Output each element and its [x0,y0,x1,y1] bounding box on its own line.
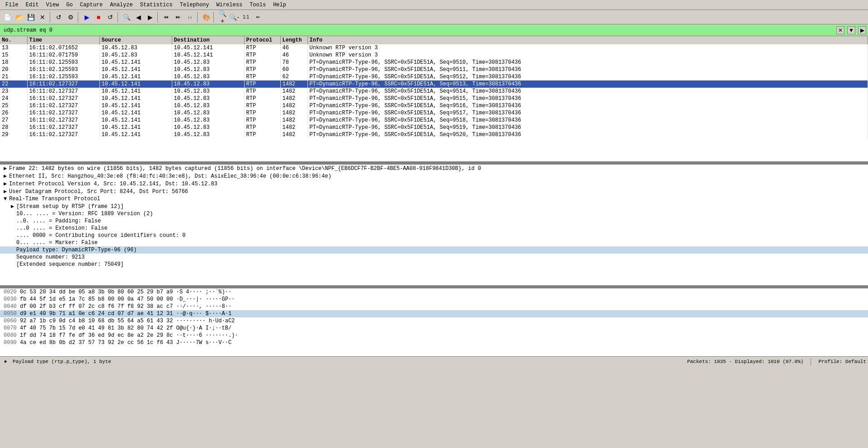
detail-line[interactable]: .... 0000 = Contributing source identifi… [0,232,868,239]
table-row[interactable]: 24 16:11:02.127327 10.45.12.141 10.45.12… [0,95,868,102]
cell-info: PT=DynamicRTP-Type-96, SSRC=0x5F1DE51A, … [307,131,868,138]
menu-statistics[interactable]: Statistics [137,1,176,9]
menu-help[interactable]: Help [269,1,290,9]
cell-length: 1482 [280,88,307,95]
table-row[interactable]: 28 16:11:02.127327 10.45.12.141 10.45.12… [0,124,868,131]
auto-scroll-button[interactable]: ↓↓ [184,12,195,23]
detail-text: ...0 .... = Extension: False [16,225,108,231]
detail-line[interactable]: [Extended sequence number: 75049] [0,261,868,268]
restart-capture-button[interactable]: ↺ [105,12,116,23]
hex-dump[interactable]: 0020 0c 53 20 34 dd be 05 a8 3b 0b 80 60… [0,288,868,356]
table-row[interactable]: 15 16:11:02.071759 10.45.12.83 10.45.12.… [0,52,868,59]
capture-options-button[interactable]: ⚙ [65,12,76,23]
table-row[interactable]: 29 16:11:02.127327 10.45.12.141 10.45.12… [0,131,868,138]
zoom-out-button[interactable]: 🔍- [229,12,240,23]
stop-capture-button[interactable]: ■ [93,12,104,23]
detail-text: .... 0000 = Contributing source identifi… [16,232,185,239]
detail-line[interactable]: Payload type: DynamicRTP-Type-96 (96) [0,246,868,254]
next-packet-button[interactable]: ▶ [145,12,156,23]
cell-no: 20 [0,66,27,73]
first-packet-button[interactable]: ⏮ [161,12,172,23]
hex-line[interactable]: 0070 4f 40 75 7b 15 7d e0 41 49 81 3b 82… [0,325,868,332]
normal-size-button[interactable]: 1:1 [241,12,251,23]
hex-line[interactable]: 0090 4a ce ed 8b 0b d2 37 57 73 92 2e cc… [0,339,868,346]
cell-no: 13 [0,44,27,52]
cell-proto: RTP [244,88,280,95]
filter-expand-button[interactable]: ▼ [847,26,855,34]
hex-line[interactable]: 0080 1f dd 74 18 f7 fe df 36 ed 9d ec 8e… [0,332,868,339]
menu-wireless[interactable]: Wireless [213,1,246,9]
packet-detail[interactable]: ▶Frame 22: 1482 bytes on wire (11856 bit… [0,165,868,287]
hex-line[interactable]: 0040 df 00 2f b3 cf ff 07 2c c8 f6 7f f8… [0,303,868,310]
packet-list[interactable]: No. Time Source Destination Protocol Len… [0,36,868,163]
hex-line[interactable]: 0060 92 a7 1b c9 0d c4 b8 10 68 db 55 64… [0,317,868,325]
menu-telephony[interactable]: Telephony [176,1,213,9]
table-row[interactable]: 13 16:11:02.071652 10.45.12.83 10.45.12.… [0,44,868,52]
new-capture-button[interactable]: 📄 [2,12,13,23]
table-row[interactable]: 22 16:11:02.127327 10.45.12.141 10.45.12… [0,80,868,88]
filter-clear-button[interactable]: ✕ [836,26,844,34]
table-row[interactable]: 27 16:11:02.127327 10.45.12.141 10.45.12… [0,117,868,124]
table-row[interactable]: 23 16:11:02.127327 10.45.12.141 10.45.12… [0,88,868,95]
prev-packet-button[interactable]: ◀ [133,12,144,23]
menu-view[interactable]: View [42,1,63,9]
statusbar: ● Payload type (rtp.p_type), 1 byte Pack… [0,356,868,366]
detail-toggle-icon[interactable]: ▼ [4,196,9,202]
detail-toggle-icon[interactable]: ▶ [11,203,16,210]
menu-analyze[interactable]: Analyze [106,1,136,9]
detail-toggle-icon[interactable]: ▶ [4,165,9,172]
menu-file[interactable]: File [2,1,22,9]
start-capture-button[interactable]: ▶ [81,12,92,23]
menu-tools[interactable]: Tools [246,1,269,9]
toolbar-sep-3 [118,12,119,23]
table-row[interactable]: 20 16:11:02.125593 10.45.12.141 10.45.12… [0,66,868,73]
cell-time: 16:11:02.127327 [27,95,99,102]
table-row[interactable]: 18 16:11:02.125593 10.45.12.141 10.45.12… [0,59,868,66]
zoom-in-button[interactable]: 🔍+ [217,12,228,23]
detail-toggle-icon[interactable]: ▶ [4,180,9,187]
table-row[interactable]: 25 16:11:02.127327 10.45.12.141 10.45.12… [0,102,868,109]
detail-line[interactable]: ▶Internet Protocol Version 4, Src: 10.45… [0,180,868,188]
filter-apply-button[interactable]: ▶ [858,26,866,34]
table-row[interactable]: 21 16:11:02.125593 10.45.12.141 10.45.12… [0,73,868,80]
detail-toggle-icon[interactable]: ▶ [4,188,9,195]
cell-dest: 10.45.12.141 [172,52,244,59]
detail-line[interactable]: ▶Frame 22: 1482 bytes on wire (11856 bit… [0,165,868,172]
filter-input[interactable] [2,26,835,35]
reload-button[interactable]: ↺ [53,12,64,23]
menu-capture[interactable]: Capture [76,1,106,9]
detail-toggle-icon[interactable]: ▶ [4,173,9,179]
detail-line[interactable]: ▼Real-Time Transport Protocol [0,195,868,203]
hex-line[interactable]: 0030 fb 44 5f 1d e5 1a 7c 85 b8 00 00 0a… [0,296,868,303]
open-capture-button[interactable]: 📂 [14,12,24,23]
status-ready-icon[interactable]: ● [2,358,9,365]
cell-info: Unknown RTP version 3 [307,52,868,59]
detail-line[interactable]: 0... .... = Marker: False [0,239,868,246]
table-row[interactable]: 26 16:11:02.127327 10.45.12.141 10.45.12… [0,109,868,117]
hex-line[interactable]: 0020 0c 53 20 34 dd be 05 a8 3b 0b 80 60… [0,288,868,296]
find-packet-button[interactable]: 🔍 [121,12,132,23]
hex-ascii: ··/····, ·····8·· [176,303,231,310]
save-capture-button[interactable]: 💾 [25,12,36,23]
menu-edit[interactable]: Edit [22,1,42,9]
cell-time: 16:11:02.127327 [27,80,99,88]
status-field-info: Payload type (rtp.p_type), 1 byte [13,359,111,364]
resize-columns-button[interactable]: ⇔ [252,12,263,23]
close-capture-button[interactable]: ✕ [37,12,48,23]
hex-line[interactable]: 0050 d9 e1 40 9b 71 a1 0e c6 24 cd 07 d7… [0,310,868,317]
colorize-button[interactable]: 🎨 [201,12,212,23]
detail-line[interactable]: Sequence number: 9213 [0,254,868,261]
last-packet-button[interactable]: ⏭ [173,12,184,23]
detail-line[interactable]: ..0. .... = Padding: False [0,217,868,225]
toolbar-sep-2 [78,12,80,23]
hex-bytes: fb 44 5f 1d e5 1a 7c 85 b8 00 00 0a 47 5… [20,296,173,302]
detail-line[interactable]: ▶Ethernet II, Src: Hangzhou_40:3e:e8 (f8… [0,172,868,180]
detail-line[interactable]: ▶User Datagram Protocol, Src Port: 8244,… [0,188,868,195]
detail-line[interactable]: ▶[Stream setup by RTSP (frame 12)] [0,203,868,210]
cell-time: 16:11:02.127327 [27,88,99,95]
menu-go[interactable]: Go [62,1,76,9]
detail-line[interactable]: 10... .... = Version: RFC 1889 Version (… [0,210,868,217]
detail-line[interactable]: ...0 .... = Extension: False [0,225,868,232]
detail-text: User Datagram Protocol, Src Port: 8244, … [9,189,188,195]
cell-source: 10.45.12.141 [99,95,172,102]
